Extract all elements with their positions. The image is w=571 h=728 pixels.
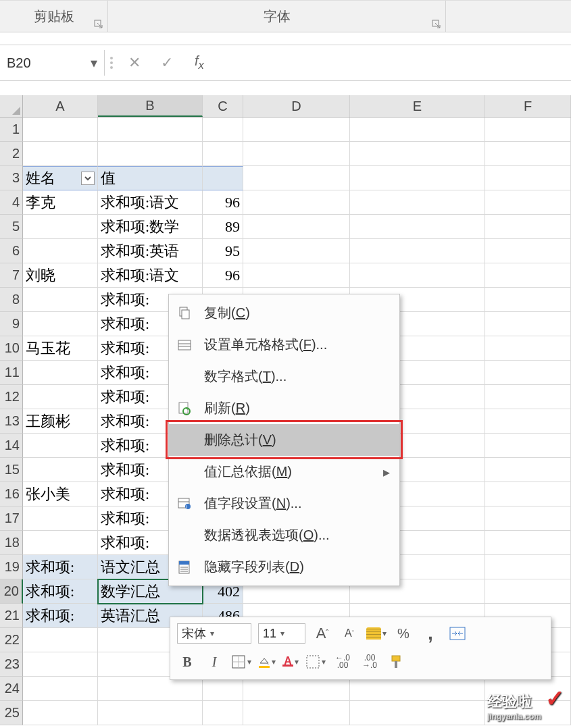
increase-decimal-button[interactable]: ←.0.00 [332, 652, 353, 672]
row-header[interactable]: 17 [0, 506, 23, 531]
menu-remove-total[interactable]: 删除总计(V) [169, 424, 399, 456]
cell-F5[interactable] [485, 215, 571, 239]
row-header[interactable]: 11 [0, 361, 23, 385]
fx-button[interactable]: fx [183, 50, 216, 76]
row-header[interactable]: 14 [0, 434, 23, 458]
merge-center-button[interactable] [447, 623, 468, 644]
cell-F8[interactable] [485, 288, 571, 312]
cell-F19[interactable] [485, 555, 571, 579]
cell-A19[interactable]: 求和项: [23, 555, 98, 579]
cell-B4[interactable]: 求和项:语文 [98, 190, 203, 215]
cell-D5[interactable] [243, 215, 350, 239]
row-header[interactable]: 7 [0, 263, 23, 288]
cell-A10[interactable]: 马玉花 [23, 336, 98, 361]
cell-A13[interactable]: 王颜彬 [23, 409, 98, 434]
cell-D7[interactable] [243, 263, 350, 288]
cell-E7[interactable] [350, 263, 485, 288]
borders-button[interactable]: ▾ [231, 654, 251, 669]
cell-A16[interactable]: 张小美 [23, 482, 98, 506]
cell-F17[interactable] [485, 506, 571, 531]
cell-C5[interactable]: 89 [203, 215, 243, 239]
cell-C6[interactable]: 95 [203, 239, 243, 263]
row-header[interactable]: 18 [0, 531, 23, 555]
cell-A5[interactable] [23, 215, 98, 239]
cell-A24[interactable] [23, 677, 98, 701]
grow-font-button[interactable]: Aˆ [312, 623, 332, 644]
cell-A25[interactable] [23, 701, 98, 725]
format-painter-button[interactable] [387, 652, 407, 672]
font-size-combo[interactable]: 11▾ [258, 623, 305, 644]
cell-F13[interactable] [485, 409, 571, 434]
row-header[interactable]: 25 [0, 701, 23, 725]
decrease-decimal-button[interactable]: .00→.0 [359, 652, 380, 672]
menu-field-settings[interactable]: i 值字段设置(N)... [169, 488, 399, 519]
cell-B7[interactable]: 求和项:语文 [98, 263, 203, 288]
menu-hide-field-list[interactable]: 隐藏字段列表(D) [169, 551, 399, 583]
cell-C2[interactable] [203, 142, 243, 166]
cell-B1[interactable] [98, 118, 203, 142]
cell-A3[interactable]: 姓名 [23, 166, 98, 190]
row-header[interactable]: 3 [0, 166, 23, 190]
cell-A23[interactable] [23, 652, 98, 677]
cell-A4[interactable]: 李克 [23, 190, 98, 215]
shrink-font-button[interactable]: Aˇ [339, 623, 359, 644]
row-header[interactable]: 4 [0, 190, 23, 215]
cell-E4[interactable] [350, 190, 485, 215]
cell-F6[interactable] [485, 239, 571, 263]
bold-button[interactable]: B [177, 652, 197, 672]
cell-A20[interactable]: 求和项: [23, 579, 98, 604]
row-header[interactable]: 1 [0, 118, 23, 142]
cell-C24[interactable] [203, 677, 243, 701]
font-color-button[interactable]: A▾ [282, 657, 299, 667]
cell-A15[interactable] [23, 458, 98, 482]
cell-A22[interactable] [23, 628, 98, 652]
row-header[interactable]: 16 [0, 482, 23, 506]
cell-C4[interactable]: 96 [203, 190, 243, 215]
cell-E1[interactable] [350, 118, 485, 142]
cell-A17[interactable] [23, 506, 98, 531]
cell-B5[interactable]: 求和项:数学 [98, 215, 203, 239]
fill-color-button[interactable]: ▾ [258, 656, 276, 668]
cell-D3[interactable] [243, 166, 350, 190]
cell-B24[interactable] [98, 677, 203, 701]
cell-D25[interactable] [243, 701, 350, 725]
col-header-A[interactable]: A [23, 95, 98, 117]
cell-F14[interactable] [485, 434, 571, 458]
cell-A21[interactable]: 求和项: [23, 604, 98, 628]
filter-dropdown-icon[interactable] [81, 172, 95, 185]
enter-formula-button[interactable]: ✓ [151, 50, 183, 76]
cancel-formula-button[interactable]: ✕ [118, 50, 151, 76]
cell-C7[interactable]: 96 [203, 263, 243, 288]
col-header-B[interactable]: B [98, 95, 203, 117]
col-header-F[interactable]: F [485, 95, 571, 117]
cell-D24[interactable] [243, 677, 350, 701]
cell-D4[interactable] [243, 190, 350, 215]
menu-pt-options[interactable]: 数据透视表选项(O)... [169, 519, 399, 551]
row-header[interactable]: 8 [0, 288, 23, 312]
cell-F20[interactable] [485, 579, 571, 604]
row-header[interactable]: 10 [0, 336, 23, 361]
cell-A18[interactable] [23, 531, 98, 555]
cell-F7[interactable] [485, 263, 571, 288]
menu-refresh[interactable]: 刷新(R) [169, 392, 399, 424]
row-header[interactable]: 23 [0, 652, 23, 677]
cell-E2[interactable] [350, 142, 485, 166]
comma-button[interactable]: , [420, 623, 441, 644]
cell-E25[interactable] [350, 701, 485, 725]
cell-D1[interactable] [243, 118, 350, 142]
dropdown-icon[interactable]: ▾ [91, 55, 97, 71]
cell-E24[interactable] [350, 677, 485, 701]
cell-B6[interactable]: 求和项:英语 [98, 239, 203, 263]
row-header[interactable]: 24 [0, 677, 23, 701]
cell-E6[interactable] [350, 239, 485, 263]
cell-A8[interactable] [23, 288, 98, 312]
cell-F10[interactable] [485, 336, 571, 361]
row-header[interactable]: 12 [0, 385, 23, 409]
dialog-launcher-icon[interactable] [432, 20, 441, 29]
cell-A2[interactable] [23, 142, 98, 166]
cell-E5[interactable] [350, 215, 485, 239]
cell-F3[interactable] [485, 166, 571, 190]
cell-A14[interactable] [23, 434, 98, 458]
cell-A9[interactable] [23, 312, 98, 336]
menu-number-format[interactable]: 数字格式(T)... [169, 361, 399, 392]
